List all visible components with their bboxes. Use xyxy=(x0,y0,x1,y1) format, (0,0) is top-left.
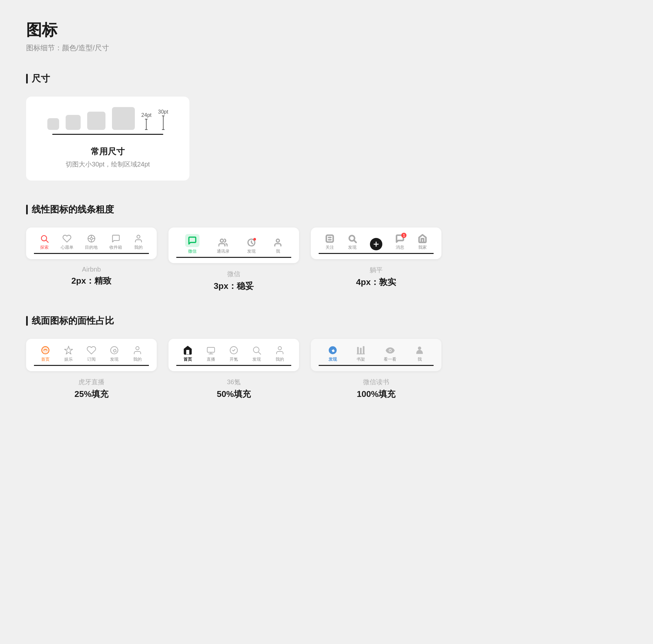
airbnb-nav-demo: 探索 心愿单 xyxy=(26,227,157,259)
tangping-card: 关注 发现 xyxy=(311,227,441,292)
huya-nav-subscribe: 订阅 xyxy=(87,345,96,362)
krypton-nav-row: 首页 直播 xyxy=(176,345,291,366)
svg-point-8 xyxy=(137,236,140,238)
wechat-nav-demo: 微信 通讯录 xyxy=(168,227,299,263)
huya-nav-demo: 首页 娱乐 订阅 xyxy=(26,339,157,371)
airbnb-nav-search: 探索 xyxy=(40,234,49,250)
svg-line-26 xyxy=(259,352,261,354)
svg-point-19 xyxy=(42,347,49,354)
size-icon-lg xyxy=(112,107,135,130)
airbnb-card: 探索 心愿单 xyxy=(26,227,157,292)
fill-card-grid: 首页 娱乐 订阅 xyxy=(26,339,627,400)
size-icon-xs xyxy=(47,118,59,130)
size-icon-sm xyxy=(66,115,81,130)
wechat-nav-chat: 微信 xyxy=(185,234,199,254)
svg-point-21 xyxy=(136,347,139,350)
size-section: 尺寸 24pt 30pt xyxy=(26,72,627,180)
stroke-card-grid: 探索 心愿单 xyxy=(26,227,627,292)
wechat-read-nav-shelf: 书架 xyxy=(356,345,366,362)
ann-30pt: 30pt xyxy=(158,109,168,130)
huya-nav-mine: 我的 xyxy=(132,345,142,362)
krypton-nav-open: 开氪 xyxy=(229,345,239,362)
svg-point-34 xyxy=(389,350,391,351)
svg-rect-30 xyxy=(360,348,361,354)
svg-line-16 xyxy=(354,240,356,242)
svg-rect-22 xyxy=(207,347,215,352)
wechat-read-nav-me: 我 xyxy=(415,345,425,362)
airbnb-nav-row: 探索 心愿单 xyxy=(34,234,149,254)
tangping-nav-row: 关注 发现 xyxy=(319,234,434,254)
size-icons-row: 24pt 30pt xyxy=(47,107,168,130)
wechat-nav-row: 微信 通讯录 xyxy=(176,234,291,258)
svg-rect-29 xyxy=(357,347,359,353)
krypton-nav-home: 首页 xyxy=(183,345,193,362)
svg-rect-12 xyxy=(326,236,333,242)
svg-point-35 xyxy=(418,347,421,350)
stroke-section: 线性图标的线条粗度 探索 xyxy=(26,203,627,292)
tangping-nav-home: 我家 xyxy=(418,234,427,250)
svg-point-9 xyxy=(220,239,223,242)
huya-nav-discover: 发现 xyxy=(110,345,119,362)
size-heading: 尺寸 xyxy=(26,72,627,85)
wechat-nav-contacts: 通讯录 xyxy=(217,238,229,254)
svg-point-20 xyxy=(111,347,118,354)
svg-point-11 xyxy=(276,239,280,242)
krypton-nav-mine: 我的 xyxy=(275,345,285,362)
size-caption: 常用尺寸 切图大小30pt，绘制区域24pt xyxy=(66,146,150,169)
airbnb-nav-destination: 目的地 xyxy=(85,234,98,250)
wechat-read-nav-looklook: 看一看 xyxy=(384,345,396,362)
krypton-nav-discover: 发现 xyxy=(252,345,262,362)
svg-point-3 xyxy=(90,238,92,240)
svg-point-25 xyxy=(253,347,259,353)
fill-section: 线面图标的面性占比 首页 xyxy=(26,315,627,400)
size-icon-md xyxy=(87,112,105,130)
airbnb-nav-profile: 我的 xyxy=(134,234,143,250)
svg-line-1 xyxy=(46,240,48,242)
huya-nav-entertainment: 娱乐 xyxy=(64,345,73,362)
ann-24pt: 24pt xyxy=(141,112,151,130)
krypton-nav-live: 直播 xyxy=(206,345,216,362)
wechat-nav-me: 我 xyxy=(273,238,283,254)
tangping-nav-follow: 关注 xyxy=(325,234,334,250)
wechat-nav-discover: 发现 xyxy=(247,238,256,254)
tangping-nav-discover: 发现 xyxy=(348,234,357,250)
size-underline xyxy=(52,134,163,135)
tangping-nav-add xyxy=(370,238,382,250)
tangping-nav-message: 1 消息 xyxy=(395,234,405,250)
huya-nav-row: 首页 娱乐 订阅 xyxy=(34,345,149,366)
page-subtitle: 图标细节：颜色/造型/尺寸 xyxy=(26,43,627,53)
wechat-card: 微信 通讯录 xyxy=(168,227,299,292)
wechat-read-nav-discover: 发现 xyxy=(328,345,338,362)
wechat-read-nav-demo: 发现 书架 xyxy=(311,339,441,371)
wechat-read-nav-row: 发现 书架 xyxy=(319,345,434,366)
airbnb-nav-inbox: 收件箱 xyxy=(110,234,122,250)
huya-card: 首页 娱乐 订阅 xyxy=(26,339,157,400)
wechat-read-card: 发现 书架 xyxy=(311,339,441,400)
stroke-heading: 线性图标的线条粗度 xyxy=(26,203,627,216)
svg-point-27 xyxy=(278,347,282,350)
svg-rect-32 xyxy=(357,353,365,354)
page-title: 图标 xyxy=(26,20,627,41)
krypton-nav-demo: 首页 直播 xyxy=(168,339,299,371)
krypton-card: 首页 直播 xyxy=(168,339,299,400)
svg-rect-31 xyxy=(363,346,364,354)
airbnb-nav-wishlist: 心愿单 xyxy=(61,234,73,250)
fill-heading: 线面图标的面性占比 xyxy=(26,315,627,327)
tangping-nav-demo: 关注 发现 xyxy=(311,227,441,259)
huya-nav-home: 首页 xyxy=(41,345,50,362)
size-demo: 24pt 30pt xyxy=(26,97,189,180)
